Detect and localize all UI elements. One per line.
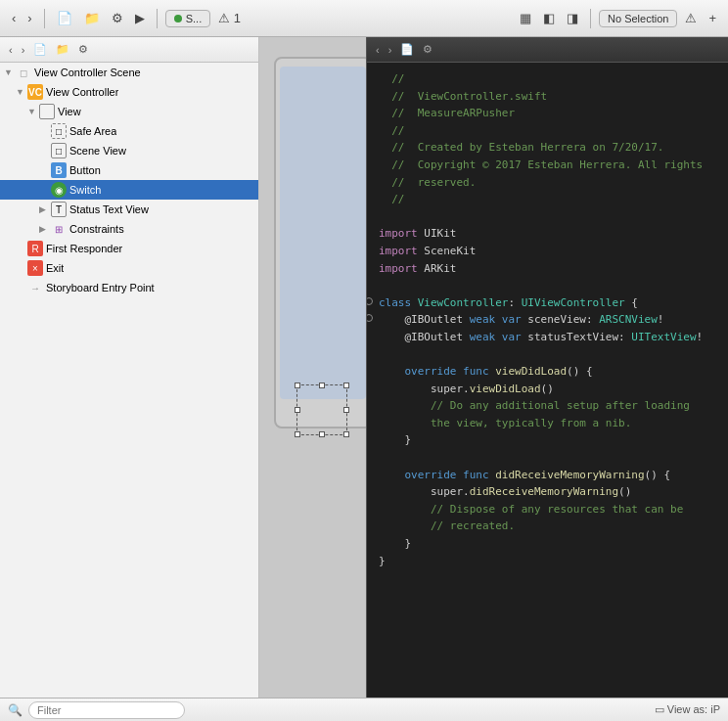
phone-screen (280, 67, 366, 399)
tree-label: Scene View (69, 145, 126, 157)
run-btn[interactable]: ▶ (131, 9, 149, 27)
tree-item-status-text[interactable]: ▶ T Status Text View (0, 200, 258, 219)
code-content: // // ViewController.swift // MeasureARP… (367, 63, 728, 698)
tree-label: View (58, 106, 81, 117)
tree-item-switch[interactable]: ◉ Switch (0, 180, 258, 200)
vc-icon: VC (27, 84, 43, 100)
tree-item-vc[interactable]: ▼ VC View Controller (0, 82, 258, 102)
code-line (379, 208, 716, 226)
code-line: // ViewController.swift (379, 88, 716, 106)
device-frame-icon: ▭ (655, 703, 664, 715)
add-file-btn[interactable]: + (705, 9, 720, 27)
tree-item-exit[interactable]: × Exit (0, 258, 258, 278)
code-panel: ‹ › 📄 ⚙ // // ViewController.swift // Me… (366, 37, 728, 698)
nav-settings-btn[interactable]: ⚙ (75, 42, 91, 57)
code-line: // reserved. (379, 174, 716, 192)
warning-right-btn[interactable]: ⚠ (681, 9, 701, 27)
code-line: the view, typically from a nib. (379, 415, 716, 432)
code-line: // Copyright © 2017 Esteban Herrera. All… (379, 157, 716, 174)
code-forward-btn[interactable]: › (386, 43, 395, 57)
code-line: // recreated. (379, 518, 716, 535)
warning-btn[interactable]: ⚠ 1 (214, 9, 245, 27)
handle-bl (295, 431, 300, 437)
toolbar-separator-2 (157, 9, 158, 28)
no-selection-label: No Selection (599, 10, 677, 27)
code-line: super.didReceiveMemoryWarning() (379, 483, 716, 501)
code-line: // Created by Esteban Herrera on 7/20/17… (379, 139, 716, 157)
tree-label: Switch (69, 184, 101, 196)
phone-mockup (274, 57, 366, 428)
code-file-btn[interactable]: 📄 (397, 42, 417, 57)
expand-arrow: ▶ (39, 224, 51, 234)
gutter-dot-2 (367, 314, 373, 322)
toolbar-separator-3 (590, 9, 591, 28)
handle-br (343, 431, 349, 437)
tree-item-storyboard-entry[interactable]: → Storyboard Entry Point (0, 278, 258, 297)
code-toolbar: ‹ › 📄 ⚙ (367, 37, 728, 63)
code-line (379, 277, 716, 294)
expand-arrow: ▼ (16, 87, 27, 97)
code-line: override func didReceiveMemoryWarning() … (379, 467, 716, 484)
tree-item-safe-area[interactable]: □ Safe Area (0, 121, 258, 141)
forward-button[interactable]: › (23, 9, 35, 27)
tree-label: View Controller (46, 86, 118, 98)
navigator-toolbar: ‹ › 📄 📁 ⚙ (0, 37, 258, 63)
nav-back-btn[interactable]: ‹ (6, 43, 16, 57)
code-line: override func viewDidLoad() { (379, 363, 716, 381)
tree-item-constraints[interactable]: ▶ ⊞ Constraints (0, 219, 258, 239)
expand-arrow: ▼ (4, 68, 16, 77)
tree-item-view[interactable]: ▼ View (0, 102, 258, 121)
code-line: // Dispose of any resources that can be (379, 501, 716, 518)
tree-item-scene-view[interactable]: □ Scene View (0, 141, 258, 160)
code-settings-btn[interactable]: ⚙ (420, 42, 435, 57)
code-line: import UIKit (379, 225, 716, 243)
tree-item-button[interactable]: B Button (0, 160, 258, 180)
code-line: // (379, 191, 716, 208)
build-btn[interactable]: ⚙ (108, 9, 127, 27)
code-line (379, 346, 716, 364)
switch-icon: ◉ (51, 182, 67, 198)
textview-icon: T (51, 202, 67, 217)
scheme-selector[interactable]: S... (165, 10, 211, 27)
search-icon: 🔍 (8, 703, 23, 717)
code-line: class ViewController: UIViewController { (379, 294, 716, 312)
scene-view-icon: □ (51, 143, 67, 158)
handle-bm (319, 431, 325, 437)
scheme-label: S... (186, 13, 203, 24)
nav-file-btn[interactable]: 📄 (30, 42, 50, 57)
layout-btn-1[interactable]: ▦ (516, 9, 535, 27)
code-line: // Do any additional setup after loading (379, 397, 716, 415)
layout-btn-3[interactable]: ◨ (563, 9, 582, 27)
left-panel: ‹ › 📄 📁 ⚙ ▼ ◻ View Controller Scene ▼ VC… (0, 37, 259, 698)
toolbar-separator-1 (44, 9, 45, 28)
code-line: @IBOutlet weak var sceneView: ARSCNView! (379, 311, 716, 329)
tree-label: Constraints (69, 223, 124, 235)
tree-label: Button (69, 164, 101, 176)
tree-label: Storyboard Entry Point (46, 282, 155, 293)
bottom-bar: 🔍 ▭ View as: iP (0, 698, 728, 721)
gutter-dot-1 (367, 297, 373, 305)
back-button[interactable]: ‹ (8, 9, 20, 27)
code-line: import ARKit (379, 260, 716, 278)
code-back-btn[interactable]: ‹ (373, 43, 383, 57)
code-line: } (379, 553, 716, 570)
search-input[interactable] (28, 701, 185, 719)
code-line (379, 449, 716, 467)
tree-label: Status Text View (69, 203, 149, 215)
storyboard-canvas[interactable]: Connection Action ⌄ Object VC (259, 37, 366, 698)
layout-btn-2[interactable]: ◧ (539, 9, 559, 27)
nav-forward-btn[interactable]: › (19, 43, 28, 57)
nav-folder-btn[interactable]: 📁 (53, 42, 72, 57)
scheme-dot (174, 15, 182, 23)
tree-label: View Controller Scene (34, 67, 141, 78)
toolbar-right: ▦ ◧ ◨ No Selection ⚠ + (516, 9, 720, 28)
safe-area-icon: □ (51, 123, 67, 139)
tree-item-first-responder[interactable]: R First Responder (0, 239, 258, 258)
tree-item-vc-scene[interactable]: ▼ ◻ View Controller Scene (0, 63, 258, 82)
expand-arrow: ▶ (39, 204, 51, 214)
code-line: // (379, 70, 716, 88)
button-icon: B (51, 162, 67, 178)
folder-btn[interactable]: 📁 (80, 9, 104, 27)
file-btn[interactable]: 📄 (53, 9, 76, 27)
tree-label: First Responder (46, 243, 122, 254)
